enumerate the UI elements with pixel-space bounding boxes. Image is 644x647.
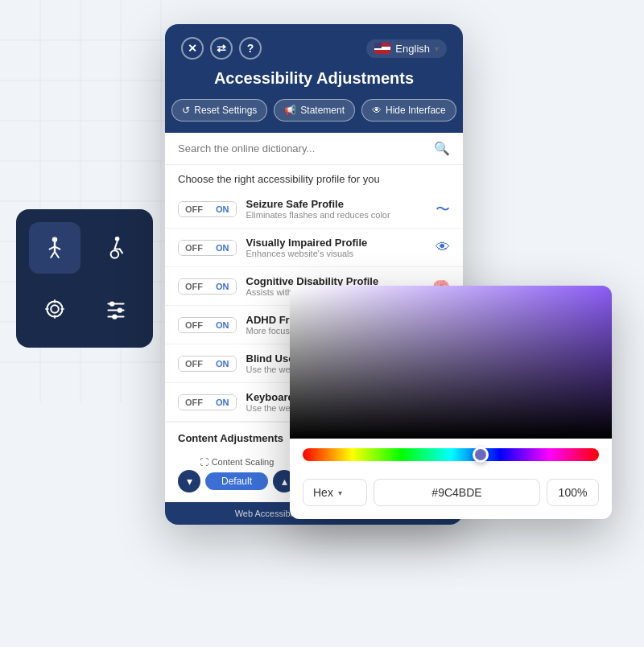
color-format-select[interactable]: Hex ▾	[303, 479, 367, 506]
target-icon	[42, 296, 68, 322]
panel-title: Accessibility Adjustments	[181, 69, 447, 88]
svg-rect-34	[290, 286, 612, 439]
toggle-on[interactable]: ON	[209, 202, 236, 216]
toggle-on[interactable]: ON	[209, 318, 236, 332]
color-inputs: Hex ▾ 100%	[290, 471, 612, 519]
svg-point-19	[115, 237, 120, 241]
blind-toggle[interactable]: OFF ON	[178, 356, 237, 372]
accessibility-icon-btn[interactable]	[29, 222, 80, 274]
toggle-on[interactable]: ON	[209, 279, 236, 294]
toggle-off[interactable]: OFF	[179, 356, 209, 371]
hue-thumb[interactable]	[473, 447, 489, 463]
visually-impaired-profile-info: Visually Impaired Profile Enhances websi…	[246, 237, 430, 258]
search-icon: 🔍	[434, 141, 450, 156]
launcher-widget	[16, 209, 153, 348]
color-gradient-svg	[290, 286, 612, 439]
visually-impaired-icon: 👁	[436, 239, 450, 256]
reset-settings-button[interactable]: ↺ Reset Settings	[171, 99, 267, 122]
keyboard-toggle[interactable]: OFF ON	[178, 394, 237, 410]
help-button[interactable]: ?	[239, 37, 262, 60]
scaling-label: ⛶ Content Scaling	[200, 457, 275, 467]
chevron-down-icon: ▾	[435, 44, 439, 53]
language-selector[interactable]: English ▾	[366, 39, 447, 58]
format-chevron-icon: ▾	[338, 488, 342, 497]
color-picker: Hex ▾ 100%	[290, 286, 612, 519]
profile-row-visually-impaired: OFF ON Visually Impaired Profile Enhance…	[165, 229, 463, 267]
svg-point-28	[109, 301, 114, 306]
scaling-buttons: ▾ Default ▴	[178, 470, 295, 492]
arrows-button[interactable]: ⇄	[210, 37, 233, 60]
toggle-off[interactable]: OFF	[179, 202, 209, 216]
svg-point-22	[51, 305, 59, 313]
toggle-on[interactable]: ON	[209, 241, 236, 255]
language-label: English	[395, 43, 430, 55]
panel-actions: ↺ Reset Settings 📢 Statement 👁 Hide Inte…	[181, 99, 447, 122]
panel-header-icons: ✕ ⇄ ?	[181, 37, 262, 60]
seizure-toggle[interactable]: OFF ON	[178, 201, 237, 217]
visually-impaired-toggle[interactable]: OFF ON	[178, 240, 237, 256]
scale-value: Default	[205, 472, 268, 490]
toggle-off[interactable]: OFF	[179, 318, 209, 332]
close-button[interactable]: ✕	[181, 37, 204, 60]
statement-button[interactable]: 📢 Statement	[274, 99, 355, 122]
hide-interface-button[interactable]: 👁 Hide Interface	[361, 99, 456, 122]
svg-line-18	[55, 252, 59, 258]
hue-slider[interactable]	[303, 448, 599, 461]
resize-icon: ⛶	[200, 457, 208, 467]
svg-point-32	[112, 314, 117, 319]
panel-header: ✕ ⇄ ? English ▾ Accessibility Adjustment…	[165, 24, 463, 133]
profile-row-seizure: OFF ON Seizure Safe Profile Eliminates f…	[165, 190, 463, 229]
scaling-control: ⛶ Content Scaling ▾ Default ▴	[178, 457, 295, 492]
opacity-value: 100%	[547, 479, 599, 506]
toggle-off[interactable]: OFF	[179, 241, 209, 255]
toggle-off[interactable]: OFF	[179, 395, 209, 410]
svg-point-20	[111, 250, 119, 258]
seizure-profile-info: Seizure Safe Profile Eliminates flashes …	[246, 198, 430, 220]
reset-icon: ↺	[182, 105, 190, 116]
profile-section-title: Choose the right accessibility profile f…	[165, 165, 463, 190]
statement-icon: 📢	[284, 105, 296, 116]
sliders-icon	[103, 296, 129, 322]
toggle-on[interactable]: ON	[209, 395, 236, 410]
svg-point-21	[47, 301, 62, 316]
cognitive-toggle[interactable]: OFF ON	[178, 278, 237, 295]
seizure-profile-icon: 〜	[436, 200, 450, 219]
panel-header-top: ✕ ⇄ ? English ▾	[181, 37, 447, 60]
search-input[interactable]	[178, 142, 427, 155]
hex-value-input[interactable]	[374, 479, 540, 506]
toggle-on[interactable]: ON	[209, 356, 236, 371]
toggle-off[interactable]: OFF	[179, 279, 209, 294]
sliders-icon-btn[interactable]	[90, 283, 142, 335]
search-bar: 🔍	[165, 133, 463, 165]
wheelchair-icon	[103, 235, 129, 261]
color-gradient-area[interactable]	[290, 286, 612, 439]
accessibility-icon	[42, 235, 68, 261]
wheelchair-icon-btn[interactable]	[90, 222, 142, 274]
scale-down-button[interactable]: ▾	[178, 470, 200, 492]
hide-icon: 👁	[372, 105, 382, 116]
svg-point-30	[118, 307, 122, 312]
svg-line-17	[51, 252, 55, 258]
flag-icon	[374, 43, 390, 54]
adhd-toggle[interactable]: OFF ON	[178, 317, 237, 333]
target-icon-btn[interactable]	[29, 283, 80, 335]
color-format-label: Hex	[313, 486, 333, 499]
